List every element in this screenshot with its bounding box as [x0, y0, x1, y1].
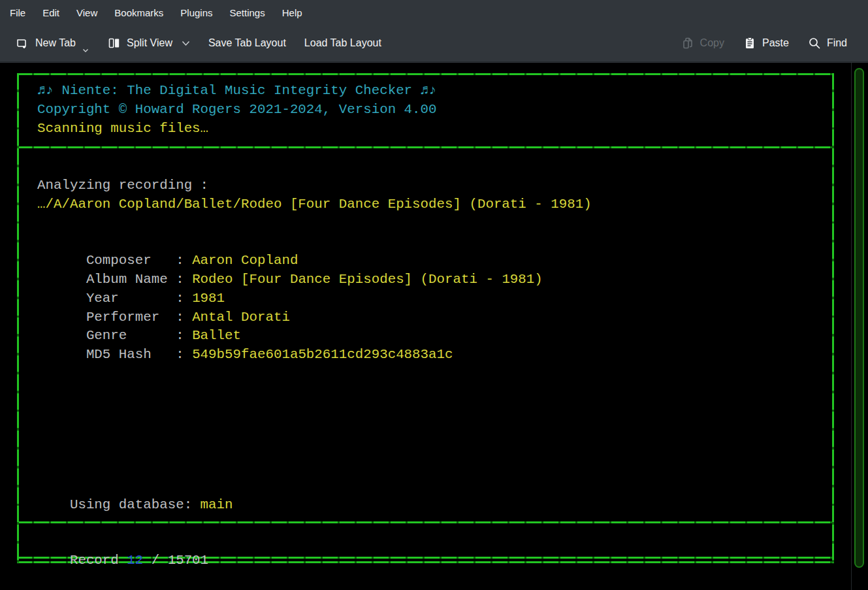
terminal-area[interactable]: ♬♪ Niente: The Digital Music Integrity C… — [0, 63, 868, 590]
paste-button[interactable]: Paste — [736, 31, 796, 56]
tui-frame-top-border — [17, 73, 834, 75]
field-label: Performer — [86, 308, 176, 327]
field-label: Album Name — [86, 270, 176, 289]
new-tab-button[interactable]: New Tab — [9, 31, 95, 56]
menu-plugins[interactable]: Plugins — [172, 1, 221, 24]
record-label: Record — [70, 553, 119, 568]
split-view-icon — [107, 36, 121, 50]
load-tab-layout-label: Load Tab Layout — [304, 37, 381, 49]
field-colon: : — [176, 347, 192, 362]
new-tab-chevron-down-icon[interactable] — [82, 48, 89, 53]
split-view-label: Split View — [127, 37, 172, 49]
database-line: Using database:main — [37, 477, 233, 496]
field-colon: : — [176, 310, 192, 325]
find-label: Find — [827, 37, 847, 49]
field-colon: : — [176, 291, 192, 306]
menu-edit[interactable]: Edit — [34, 1, 68, 24]
field-value: Ballet — [192, 328, 241, 343]
field-row-composer: Composer: Aaron Copland — [37, 233, 592, 252]
tui-frame-left-border — [17, 73, 19, 563]
field-value: Antal Dorati — [192, 310, 290, 325]
menu-view[interactable]: View — [68, 1, 106, 24]
menu-file[interactable]: File — [1, 1, 34, 24]
field-value: Aaron Copland — [192, 253, 298, 268]
record-counter: Record12/15701 — [37, 533, 208, 551]
menu-bar: File Edit View Bookmarks Plugins Setting… — [0, 0, 868, 25]
tui-status-separator — [17, 521, 834, 523]
load-tab-layout-button[interactable]: Load Tab Layout — [298, 32, 388, 54]
record-current: 12 — [127, 553, 143, 568]
record-total: 15701 — [168, 553, 208, 568]
save-tab-layout-label: Save Tab Layout — [208, 37, 286, 49]
field-label: Composer — [86, 252, 176, 270]
scrollbar-track-divider — [851, 63, 852, 590]
app-header-box: ♬♪ Niente: The Digital Music Integrity C… — [37, 82, 437, 138]
field-colon: : — [176, 253, 192, 268]
field-label: Year — [86, 289, 176, 308]
field-label: MD5 Hash — [86, 346, 176, 365]
menu-settings[interactable]: Settings — [221, 1, 274, 24]
paste-label: Paste — [762, 37, 789, 49]
copy-button[interactable]: Copy — [674, 31, 731, 56]
field-colon: : — [176, 328, 192, 343]
database-label: Using database: — [70, 497, 192, 512]
paste-icon — [743, 36, 757, 50]
new-tab-icon — [16, 36, 30, 50]
field-label: Genre — [86, 327, 176, 346]
scan-status: Scanning music files… — [37, 120, 437, 139]
tui-frame-right-border — [832, 73, 834, 563]
analysis-box: Analyzing recording : …/A/Aaron Copland/… — [37, 176, 592, 346]
scrollbar-thumb[interactable] — [854, 68, 864, 568]
toolbar: New Tab Split View Save Ta — [0, 25, 868, 62]
tui-header-separator — [17, 146, 834, 148]
field-colon: : — [176, 272, 192, 287]
split-view-button[interactable]: Split View — [101, 31, 197, 56]
save-tab-layout-button[interactable]: Save Tab Layout — [202, 32, 293, 54]
split-view-chevron-down-icon[interactable] — [182, 41, 190, 46]
find-button[interactable]: Find — [801, 31, 854, 56]
recording-path: …/A/Aaron Copland/Ballet/Rodeo [Four Dan… — [37, 195, 592, 214]
menu-help[interactable]: Help — [274, 1, 311, 24]
copy-label: Copy — [700, 37, 724, 49]
window-chrome: File Edit View Bookmarks Plugins Setting… — [0, 0, 868, 63]
find-icon — [807, 36, 822, 50]
field-value: 549b59fae601a5b2611cd293c4883a1c — [192, 347, 453, 362]
blank-line — [37, 214, 592, 233]
new-tab-label: New Tab — [35, 37, 76, 49]
app-title: ♬♪ Niente: The Digital Music Integrity C… — [37, 82, 437, 101]
record-separator: / — [152, 553, 159, 568]
field-value: Rodeo [Four Dance Episodes] (Dorati - 19… — [192, 272, 543, 287]
app-copyright: Copyright © Howard Rogers 2021-2024, Ver… — [37, 101, 437, 120]
copy-icon — [681, 36, 695, 50]
field-value: 1981 — [192, 291, 225, 306]
analyzing-label: Analyzing recording : — [37, 176, 592, 195]
database-value: main — [201, 497, 233, 512]
menu-bookmarks[interactable]: Bookmarks — [106, 1, 172, 24]
